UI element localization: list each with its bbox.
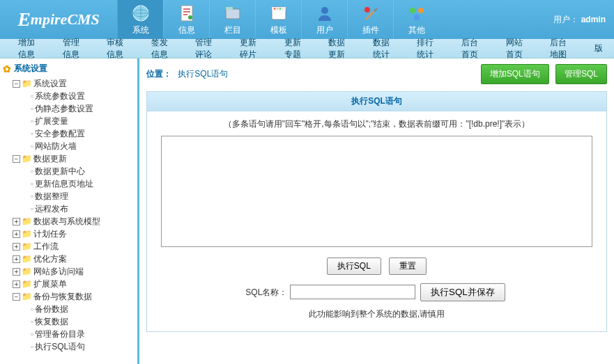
other-icon — [407, 3, 427, 23]
subnav-管理评论[interactable]: 管理评论 — [184, 37, 229, 61]
top-nav: 系统信息栏目模板用户插件其他 — [117, 0, 439, 39]
subnav-后台地图[interactable]: 后台地图 — [539, 37, 583, 61]
nav-栏目[interactable]: 栏目 — [209, 0, 255, 39]
folder-icon: 📁 — [22, 216, 32, 226]
folder-icon: 📁 — [22, 229, 32, 239]
svg-point-11 — [321, 7, 328, 14]
subnav-数据统计[interactable]: 数据统计 — [362, 37, 406, 61]
breadcrumb-label: 位置： — [146, 69, 171, 79]
nav-模板[interactable]: 模板 — [255, 0, 301, 39]
svg-rect-5 — [226, 7, 233, 10]
tree-node: +📁扩展菜单 — [3, 278, 135, 290]
main-content: 位置： 执行SQL语句 增加SQL语句 管理SQL 执行SQL语句 （多条语句请… — [139, 58, 614, 364]
tree-leaf: ▫伪静态参数设置 — [31, 102, 135, 115]
file-icon: ▫ — [31, 141, 33, 151]
toggle-icon[interactable]: + — [13, 280, 20, 288]
folder-icon — [223, 3, 243, 23]
svg-point-9 — [276, 8, 277, 9]
reset-button[interactable]: 重置 — [389, 258, 427, 275]
nav-用户[interactable]: 用户 — [301, 0, 347, 39]
subnav-管理信息[interactable]: 管理信息 — [52, 37, 96, 61]
file-icon: ▫ — [31, 166, 33, 176]
tree-link-安全参数配置[interactable]: 安全参数配置 — [35, 129, 85, 139]
sub-nav: 增加信息管理信息审核信息签发信息管理评论更新碎片更新专题数据更新数据统计排行统计… — [0, 39, 614, 58]
tree-link-计划任务[interactable]: 计划任务 — [33, 229, 67, 239]
breadcrumb-page[interactable]: 执行SQL语句 — [178, 69, 228, 79]
subnav-网站首页[interactable]: 网站首页 — [495, 37, 539, 61]
tree-link-数据更新中心[interactable]: 数据更新中心 — [35, 166, 85, 176]
file-icon: ▫ — [31, 116, 33, 126]
tree-leaf: ▫恢复数据 — [31, 315, 135, 328]
subnav-更新专题[interactable]: 更新专题 — [273, 37, 318, 61]
hint-text: （多条语句请用"回车"格开,每条语句以";"结束，数据表前缀可用："[!db.p… — [161, 118, 592, 130]
toggle-icon[interactable]: + — [13, 255, 20, 263]
tree-link-备份与恢复数据[interactable]: 备份与恢复数据 — [33, 292, 92, 301]
tree-link-数据更新[interactable]: 数据更新 — [33, 154, 67, 164]
subnav-审核信息[interactable]: 审核信息 — [95, 37, 140, 61]
tree-link-网站防火墙[interactable]: 网站防火墙 — [35, 141, 77, 151]
tree: −📁系统设置▫系统参数设置▫伪静态参数设置▫扩展变量▫安全参数配置▫网站防火墙−… — [3, 77, 135, 353]
tree-node: +📁网站多访问端 — [3, 265, 135, 278]
tree-link-执行SQL语句[interactable]: 执行SQL语句 — [35, 342, 85, 351]
svg-point-12 — [364, 7, 370, 13]
header: EEmpireCMSmpireCMS 系统信息栏目模板用户插件其他 用户： ad… — [0, 0, 614, 39]
nav-其他[interactable]: 其他 — [393, 0, 439, 39]
save-sql-button[interactable]: 执行SQL并保存 — [420, 283, 505, 301]
tree-link-优化方案[interactable]: 优化方案 — [33, 254, 67, 264]
tree-link-网站多访问端[interactable]: 网站多访问端 — [33, 267, 84, 276]
subnav-增加信息[interactable]: 增加信息 — [7, 37, 52, 61]
run-sql-button[interactable]: 执行SQL — [327, 258, 381, 275]
subnav-更新碎片[interactable]: 更新碎片 — [229, 37, 273, 61]
svg-point-3 — [188, 15, 192, 19]
tree-link-备份数据[interactable]: 备份数据 — [35, 304, 68, 314]
subnav-版[interactable]: 版 — [583, 42, 614, 54]
warning-text: 此功能影响到整个系统的数据,请慎用 — [161, 308, 592, 320]
tree-link-恢复数据[interactable]: 恢复数据 — [35, 317, 68, 326]
nav-信息[interactable]: 信息 — [163, 0, 209, 39]
tree-link-更新信息页地址[interactable]: 更新信息页地址 — [35, 179, 93, 189]
tree-link-扩展变量[interactable]: 扩展变量 — [35, 116, 68, 126]
file-icon: ▫ — [31, 179, 33, 189]
toggle-icon[interactable]: + — [13, 268, 20, 276]
tree-leaf: ▫系统参数设置 — [31, 90, 135, 102]
tree-leaf: ▫网站防火墙 — [31, 140, 135, 152]
add-sql-button[interactable]: 增加SQL语句 — [481, 64, 549, 84]
toggle-icon[interactable]: − — [13, 80, 20, 88]
tree-leaf: ▫安全参数配置 — [31, 127, 135, 140]
tree-link-扩展菜单[interactable]: 扩展菜单 — [33, 279, 67, 289]
tree-link-系统参数设置[interactable]: 系统参数设置 — [35, 91, 85, 101]
toggle-icon[interactable]: + — [13, 218, 20, 225]
subnav-排行统计[interactable]: 排行统计 — [406, 37, 450, 61]
subnav-签发信息[interactable]: 签发信息 — [140, 37, 185, 61]
box-title: 执行SQL语句 — [147, 92, 606, 111]
subnav-后台首页[interactable]: 后台首页 — [450, 37, 495, 61]
tree-link-工作流[interactable]: 工作流 — [33, 242, 59, 251]
tree-link-系统设置[interactable]: 系统设置 — [33, 79, 67, 88]
toggle-icon[interactable]: + — [13, 243, 20, 251]
toggle-icon[interactable]: − — [13, 155, 20, 163]
sql-name-input[interactable] — [290, 285, 415, 299]
file-icon: ▫ — [31, 342, 33, 351]
svg-point-8 — [273, 8, 275, 9]
tree-leaf: ▫更新信息页地址 — [31, 177, 135, 190]
svg-point-13 — [410, 8, 415, 13]
sql-name-label: SQL名称： — [245, 287, 287, 297]
folder-icon: 📁 — [22, 154, 32, 164]
tree-link-远程发布[interactable]: 远程发布 — [35, 204, 68, 214]
logo: EEmpireCMSmpireCMS — [0, 0, 117, 39]
folder-icon: 📁 — [22, 79, 32, 88]
toggle-icon[interactable]: + — [13, 230, 20, 238]
nav-插件[interactable]: 插件 — [347, 0, 393, 39]
tree-link-管理备份目录[interactable]: 管理备份目录 — [35, 329, 85, 339]
tree-link-数据整理[interactable]: 数据整理 — [35, 191, 68, 201]
nav-系统[interactable]: 系统 — [117, 0, 163, 39]
file-icon: ▫ — [31, 329, 33, 339]
tree-link-数据表与系统模型[interactable]: 数据表与系统模型 — [33, 216, 100, 226]
sidebar: ✿ 系统设置 −📁系统设置▫系统参数设置▫伪静态参数设置▫扩展变量▫安全参数配置… — [0, 58, 139, 364]
manage-sql-button[interactable]: 管理SQL — [555, 64, 607, 84]
sql-textarea[interactable] — [161, 136, 592, 247]
toggle-icon[interactable]: − — [13, 293, 20, 301]
subnav-数据更新[interactable]: 数据更新 — [317, 37, 362, 61]
user-label: 用户： — [553, 14, 578, 26]
tree-link-伪静态参数设置[interactable]: 伪静态参数设置 — [35, 104, 93, 113]
